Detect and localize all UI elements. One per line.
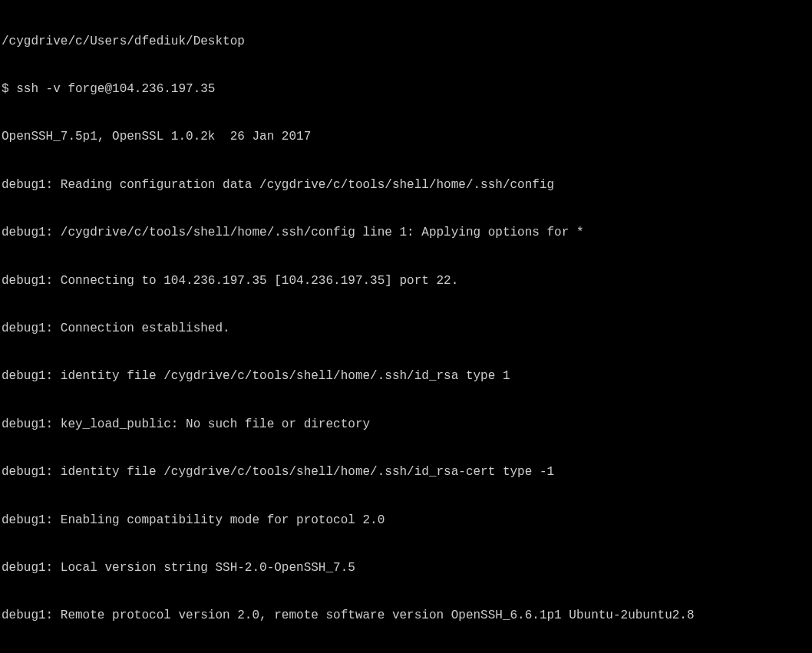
output-line: debug1: /cygdrive/c/tools/shell/home/.ss… [2,225,810,241]
prompt-command: $ ssh -v forge@104.236.197.35 [2,81,810,97]
output-line: debug1: identity file /cygdrive/c/tools/… [2,464,810,480]
cwd: /cygdrive/c/Users/dfediuk/Desktop [2,34,810,50]
output-line: debug1: Remote protocol version 2.0, rem… [2,608,810,624]
output-line: debug1: Reading configuration data /cygd… [2,177,810,193]
output-line: OpenSSH_7.5p1, OpenSSL 1.0.2k 26 Jan 201… [2,129,810,145]
output-line: debug1: identity file /cygdrive/c/tools/… [2,368,810,384]
output-line: debug1: Connection established. [2,321,810,337]
output-line: debug1: Local version string SSH-2.0-Ope… [2,560,810,576]
output-line: debug1: Enabling compatibility mode for … [2,513,810,529]
output-line: debug1: Connecting to 104.236.197.35 [10… [2,273,810,289]
output-line: debug1: key_load_public: No such file or… [2,417,810,433]
terminal-output: /cygdrive/c/Users/dfediuk/Desktop $ ssh … [2,2,810,653]
